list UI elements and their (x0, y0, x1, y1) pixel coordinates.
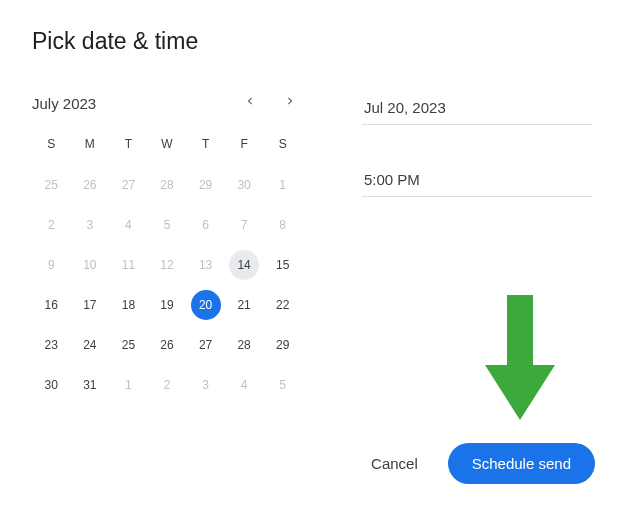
datetime-fields (362, 91, 595, 403)
calendar-day[interactable]: 1 (109, 367, 148, 403)
calendar-day[interactable]: 15 (263, 247, 302, 283)
calendar-dow: F (225, 129, 264, 163)
calendar-dow: T (109, 129, 148, 163)
cancel-button[interactable]: Cancel (357, 445, 432, 482)
calendar-day[interactable]: 13 (186, 247, 225, 283)
calendar-dow: T (186, 129, 225, 163)
calendar-nav (238, 91, 302, 115)
calendar-day[interactable]: 28 (225, 327, 264, 363)
calendar-day[interactable]: 9 (32, 247, 71, 283)
calendar-day[interactable]: 18 (109, 287, 148, 323)
calendar: July 2023 SMTWTFS25262728293012345678910… (32, 91, 302, 403)
calendar-day[interactable]: 22 (263, 287, 302, 323)
calendar-day[interactable]: 4 (109, 207, 148, 243)
calendar-day[interactable]: 6 (186, 207, 225, 243)
calendar-dow: M (71, 129, 110, 163)
calendar-day[interactable]: 28 (148, 167, 187, 203)
calendar-day[interactable]: 25 (32, 167, 71, 203)
prev-month-button[interactable] (238, 91, 262, 115)
calendar-day[interactable]: 7 (225, 207, 264, 243)
calendar-day[interactable]: 30 (225, 167, 264, 203)
calendar-dow: S (32, 129, 71, 163)
calendar-day[interactable]: 27 (186, 327, 225, 363)
dialog-content: July 2023 SMTWTFS25262728293012345678910… (32, 91, 595, 403)
date-input[interactable] (362, 93, 592, 125)
calendar-header: July 2023 (32, 91, 302, 115)
time-input[interactable] (362, 165, 592, 197)
calendar-day[interactable]: 25 (109, 327, 148, 363)
calendar-day[interactable]: 3 (71, 207, 110, 243)
dialog-actions: Cancel Schedule send (357, 443, 595, 484)
calendar-day[interactable]: 30 (32, 367, 71, 403)
calendar-day[interactable]: 12 (148, 247, 187, 283)
dialog-title: Pick date & time (32, 28, 595, 55)
calendar-grid: SMTWTFS252627282930123456789101112131415… (32, 129, 302, 403)
calendar-dow: S (263, 129, 302, 163)
calendar-day[interactable]: 5 (263, 367, 302, 403)
next-month-button[interactable] (278, 91, 302, 115)
calendar-day[interactable]: 19 (148, 287, 187, 323)
calendar-day[interactable]: 29 (263, 327, 302, 363)
calendar-day[interactable]: 10 (71, 247, 110, 283)
calendar-day[interactable]: 3 (186, 367, 225, 403)
calendar-day[interactable]: 1 (263, 167, 302, 203)
calendar-day[interactable]: 8 (263, 207, 302, 243)
calendar-day[interactable]: 4 (225, 367, 264, 403)
calendar-dow: W (148, 129, 187, 163)
calendar-day[interactable]: 26 (71, 167, 110, 203)
calendar-day[interactable]: 23 (32, 327, 71, 363)
calendar-day[interactable]: 21 (225, 287, 264, 323)
calendar-day[interactable]: 31 (71, 367, 110, 403)
calendar-day[interactable]: 27 (109, 167, 148, 203)
calendar-day[interactable]: 16 (32, 287, 71, 323)
schedule-send-button[interactable]: Schedule send (448, 443, 595, 484)
calendar-day[interactable]: 24 (71, 327, 110, 363)
calendar-day[interactable]: 20 (186, 287, 225, 323)
calendar-day[interactable]: 26 (148, 327, 187, 363)
calendar-day[interactable]: 11 (109, 247, 148, 283)
calendar-day[interactable]: 5 (148, 207, 187, 243)
calendar-day[interactable]: 17 (71, 287, 110, 323)
chevron-left-icon (243, 94, 257, 112)
calendar-day[interactable]: 29 (186, 167, 225, 203)
calendar-day[interactable]: 14 (225, 247, 264, 283)
calendar-day[interactable]: 2 (148, 367, 187, 403)
calendar-day[interactable]: 2 (32, 207, 71, 243)
chevron-right-icon (283, 94, 297, 112)
calendar-month-label: July 2023 (32, 95, 96, 112)
